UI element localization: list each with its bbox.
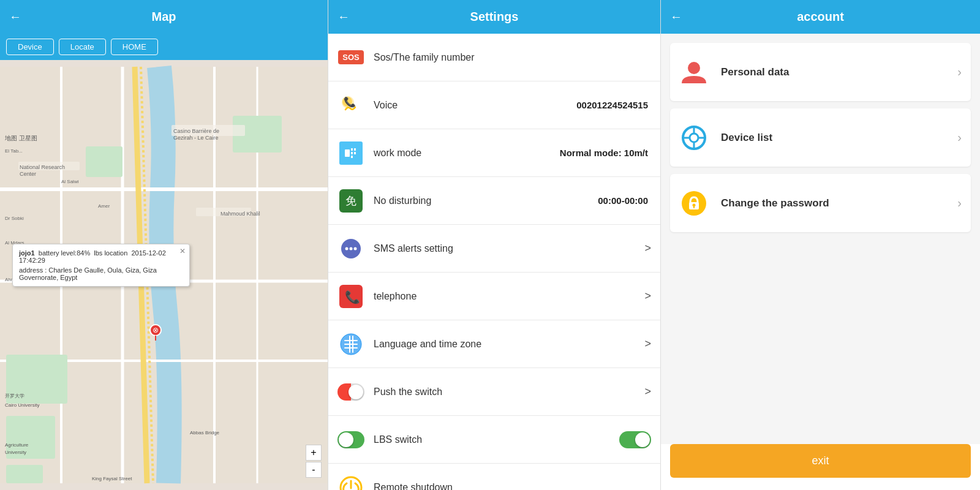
nodisturb-label: No disturbing	[374, 195, 598, 206]
device-list-icon	[679, 123, 709, 153]
sms-arrow: >	[644, 242, 651, 255]
account-list: Personal data › Device list ›	[661, 34, 980, 444]
svg-text:Dr Sobki: Dr Sobki	[5, 216, 24, 221]
settings-item-telephone[interactable]: 📞 telephone >	[328, 273, 660, 320]
personal-data-arrow: ›	[957, 65, 962, 79]
settings-item-shutdown[interactable]: Remote shutdown	[328, 464, 660, 490]
voice-label: Voice	[374, 100, 576, 111]
lbs-icon	[337, 426, 364, 453]
zoom-out-button[interactable]: -	[306, 462, 322, 478]
account-item-personal[interactable]: Personal data ›	[670, 43, 971, 101]
voice-icon: 📞	[337, 92, 364, 119]
telephone-icon: 📞	[337, 283, 364, 310]
zoom-in-button[interactable]: +	[306, 445, 322, 461]
svg-text:Mahmoud Khalil: Mahmoud Khalil	[221, 211, 260, 217]
svg-point-48	[345, 247, 349, 250]
svg-text:开罗大学: 开罗大学	[5, 393, 24, 399]
settings-item-sos[interactable]: SOS Sos/The family number	[328, 34, 660, 81]
settings-panel: ← Settings SOS Sos/The family number 📞 V…	[328, 0, 660, 490]
account-title: account	[797, 10, 844, 24]
language-icon	[337, 331, 364, 358]
push-icon	[337, 379, 364, 405]
location-pin: ⊗	[147, 323, 164, 341]
popup-address: address : Charles De Gaulle, Oula, Giza,…	[19, 266, 183, 281]
settings-item-push[interactable]: Push the switch >	[328, 368, 660, 416]
push-arrow: >	[644, 385, 651, 398]
svg-point-62	[690, 134, 698, 142]
nodisturb-value: 00:00-00:00	[598, 195, 648, 206]
workmode-label: work mode	[374, 148, 560, 159]
svg-rect-12	[6, 465, 43, 483]
map-controls: + -	[306, 445, 322, 478]
device-list-arrow: ›	[957, 130, 962, 145]
map-toolbar: Device Locate HOME	[0, 34, 328, 60]
lbs-label: LBS switch	[374, 434, 619, 445]
password-label: Change the password	[721, 197, 957, 209]
account-header: ← account	[661, 0, 980, 34]
map-header: ← Map	[0, 0, 328, 34]
shutdown-icon	[337, 474, 364, 491]
svg-text:University: University	[5, 450, 26, 455]
lbs-toggle[interactable]	[619, 431, 651, 448]
svg-point-69	[693, 203, 696, 206]
map-container: Casino Barrière de Gezirah - Le Caire Na…	[0, 60, 328, 490]
svg-text:El Tab...: El Tab...	[5, 148, 23, 154]
svg-point-60	[688, 62, 700, 74]
account-back-arrow[interactable]: ←	[670, 10, 682, 24]
svg-rect-58	[352, 336, 353, 353]
svg-text:Cairo University: Cairo University	[5, 402, 39, 408]
popup-close-btn[interactable]: ✕	[179, 247, 186, 255]
exit-button[interactable]: exit	[670, 444, 971, 478]
settings-header: ← Settings	[328, 0, 660, 34]
svg-rect-42	[351, 148, 353, 151]
settings-item-sms[interactable]: SMS alerts setting >	[328, 225, 660, 273]
telephone-label: telephone	[374, 291, 641, 302]
svg-rect-41	[345, 149, 350, 157]
svg-rect-56	[344, 347, 358, 349]
svg-rect-45	[354, 148, 356, 151]
settings-title: Settings	[470, 10, 519, 24]
svg-rect-55	[344, 344, 358, 345]
settings-item-workmode[interactable]: work mode Normal mode: 10m/t	[328, 129, 660, 177]
svg-point-49	[350, 247, 353, 250]
device-list-label: Device list	[721, 132, 957, 144]
account-item-device-list[interactable]: Device list ›	[670, 108, 971, 167]
home-button[interactable]: HOME	[111, 39, 158, 55]
svg-text:Amer: Amer	[98, 203, 110, 209]
svg-text:Agriculture: Agriculture	[5, 442, 29, 448]
map-title: Map	[152, 10, 176, 24]
nodisturb-icon: 免	[337, 187, 364, 214]
account-item-password[interactable]: Change the password ›	[670, 174, 971, 232]
password-arrow: ›	[957, 196, 962, 210]
settings-item-nodisturb[interactable]: 免 No disturbing 00:00-00:00	[328, 177, 660, 225]
sos-label: Sos/The family number	[374, 52, 651, 63]
svg-point-50	[354, 247, 357, 250]
shutdown-label: Remote shutdown	[374, 482, 651, 491]
popup-device: jojo1 battery level:84% lbs location 201…	[19, 249, 183, 264]
settings-item-lbs[interactable]: LBS switch	[328, 416, 660, 464]
info-popup: ✕ jojo1 battery level:84% lbs location 2…	[12, 244, 190, 287]
workmode-value: Normal mode: 10m/t	[560, 148, 648, 158]
settings-list: SOS Sos/The family number 📞 Voice 002012…	[328, 34, 660, 490]
svg-text:National Research: National Research	[20, 164, 65, 170]
svg-rect-43	[351, 152, 353, 154]
device-button[interactable]: Device	[6, 39, 54, 55]
svg-text:Gezirah - Le Caire: Gezirah - Le Caire	[173, 135, 219, 141]
sos-icon: SOS	[337, 44, 364, 71]
svg-text:Al Salwi: Al Salwi	[61, 179, 79, 184]
sms-label: SMS alerts setting	[374, 243, 641, 254]
settings-back-arrow[interactable]: ←	[337, 10, 350, 24]
svg-text:⊗: ⊗	[153, 326, 159, 334]
language-arrow: >	[644, 337, 651, 350]
svg-text:📞: 📞	[345, 290, 360, 304]
locate-button[interactable]: Locate	[59, 39, 106, 55]
svg-rect-54	[344, 340, 358, 341]
svg-rect-57	[349, 336, 350, 353]
svg-text:King Faysal Street: King Faysal Street	[92, 476, 132, 481]
map-back-arrow[interactable]: ←	[9, 10, 21, 24]
settings-item-language[interactable]: Language and time zone >	[328, 320, 660, 368]
push-label: Push the switch	[374, 386, 641, 398]
settings-item-voice[interactable]: 📞 Voice 00201224524515	[328, 81, 660, 129]
voice-value: 00201224524515	[576, 100, 648, 110]
svg-rect-46	[354, 152, 356, 154]
